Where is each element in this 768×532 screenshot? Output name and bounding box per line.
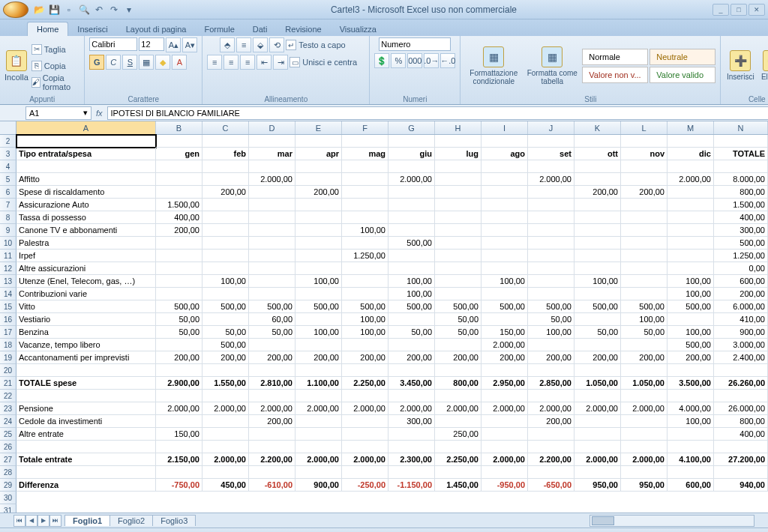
cell[interactable]: 4.100,00 bbox=[668, 453, 714, 466]
percent-button[interactable]: % bbox=[391, 53, 406, 68]
cell[interactable] bbox=[574, 211, 621, 224]
cell[interactable] bbox=[342, 428, 388, 441]
cell[interactable]: Altre entrate bbox=[16, 428, 156, 441]
cell[interactable] bbox=[574, 441, 621, 453]
cell[interactable] bbox=[574, 160, 621, 173]
cell[interactable]: ago bbox=[482, 148, 528, 160]
row-header[interactable]: 20 bbox=[0, 364, 16, 377]
inc-decimal-button[interactable]: .0→ bbox=[424, 53, 439, 68]
cell[interactable] bbox=[249, 364, 296, 377]
font-size-select[interactable] bbox=[139, 37, 164, 51]
select-all-corner[interactable] bbox=[0, 121, 16, 135]
cell[interactable]: 500,00 bbox=[435, 300, 482, 313]
row-header[interactable]: 7 bbox=[0, 199, 16, 211]
cell[interactable] bbox=[435, 186, 482, 199]
cell[interactable]: 500,00 bbox=[621, 300, 668, 313]
cell[interactable] bbox=[435, 199, 482, 211]
cell[interactable]: 2.000,00 bbox=[202, 402, 249, 415]
style-neutral[interactable]: Neutrale bbox=[650, 49, 716, 65]
cell[interactable]: Altre assicurazioni bbox=[16, 262, 156, 275]
cell[interactable]: 2.810,00 bbox=[249, 377, 296, 390]
format-painter-button[interactable]: 🖌Copia formato bbox=[32, 75, 80, 90]
cell[interactable] bbox=[202, 224, 249, 237]
cell[interactable] bbox=[574, 288, 621, 300]
cell[interactable]: 100,00 bbox=[668, 275, 714, 288]
col-header-J[interactable]: J bbox=[528, 121, 574, 134]
cell[interactable] bbox=[249, 275, 296, 288]
cell[interactable]: Assicurazione Auto bbox=[16, 199, 156, 211]
col-header-L[interactable]: L bbox=[621, 121, 668, 134]
cell[interactable] bbox=[296, 224, 342, 237]
horizontal-scrollbar[interactable] bbox=[590, 515, 754, 527]
cell[interactable] bbox=[482, 466, 528, 479]
cell[interactable]: 250,00 bbox=[435, 428, 482, 441]
cell[interactable]: 60,00 bbox=[249, 313, 296, 326]
row-header[interactable]: 2 bbox=[0, 135, 16, 148]
cell[interactable]: 100,00 bbox=[342, 326, 388, 339]
cell[interactable]: 410,00 bbox=[714, 313, 768, 326]
cell[interactable]: 1.250,00 bbox=[714, 250, 768, 262]
cell[interactable]: 500,00 bbox=[249, 300, 296, 313]
cell[interactable]: 8.000,00 bbox=[714, 173, 768, 186]
thousands-button[interactable]: 000 bbox=[407, 53, 422, 68]
cell[interactable] bbox=[435, 237, 482, 250]
row-header[interactable]: 29 bbox=[0, 479, 16, 492]
cell[interactable]: 200,00 bbox=[342, 351, 388, 364]
ribbon-tab-revisione[interactable]: Revisione bbox=[276, 22, 330, 36]
cell[interactable] bbox=[202, 441, 249, 453]
cell[interactable]: 50,00 bbox=[435, 313, 482, 326]
cell[interactable] bbox=[249, 135, 296, 148]
cell[interactable] bbox=[482, 441, 528, 453]
cell[interactable]: 2.250,00 bbox=[342, 377, 388, 390]
sheet-nav-next[interactable]: ▶ bbox=[38, 515, 50, 527]
cell[interactable]: feb bbox=[202, 148, 249, 160]
cell[interactable] bbox=[435, 275, 482, 288]
cell[interactable] bbox=[621, 250, 668, 262]
cell[interactable] bbox=[388, 262, 435, 275]
cell[interactable] bbox=[528, 390, 574, 402]
ribbon-tab-layout-di-pagina[interactable]: Layout di pagina bbox=[117, 22, 196, 36]
cell[interactable]: 200,00 bbox=[249, 415, 296, 428]
cell[interactable] bbox=[156, 441, 202, 453]
cell[interactable]: 2.000,00 bbox=[342, 402, 388, 415]
cell[interactable]: 900,00 bbox=[296, 479, 342, 492]
cell[interactable]: TOTALE spese bbox=[16, 377, 156, 390]
cell[interactable]: 3.450,00 bbox=[388, 377, 435, 390]
cell[interactable] bbox=[249, 160, 296, 173]
cell[interactable] bbox=[388, 428, 435, 441]
cell[interactable]: Vacanze, tempo libero bbox=[16, 339, 156, 351]
cell[interactable] bbox=[342, 173, 388, 186]
cell[interactable] bbox=[202, 313, 249, 326]
cell[interactable] bbox=[156, 466, 202, 479]
cell[interactable]: 200,00 bbox=[388, 351, 435, 364]
cell[interactable] bbox=[249, 237, 296, 250]
cell[interactable]: Accantonamenti per imprevisti bbox=[16, 351, 156, 364]
cell[interactable]: Tassa di possesso bbox=[16, 211, 156, 224]
style-good[interactable]: Valore valido bbox=[650, 67, 716, 83]
cell[interactable] bbox=[668, 390, 714, 402]
cell[interactable] bbox=[528, 288, 574, 300]
save-icon[interactable]: 💾 bbox=[48, 4, 60, 16]
format-as-table-button[interactable]: ▦Formatta come tabella bbox=[525, 40, 579, 92]
cell[interactable] bbox=[621, 390, 668, 402]
cell[interactable]: 1.100,00 bbox=[296, 377, 342, 390]
cell[interactable] bbox=[435, 224, 482, 237]
cell[interactable] bbox=[668, 186, 714, 199]
cell[interactable] bbox=[668, 135, 714, 148]
cell[interactable]: 200,00 bbox=[156, 224, 202, 237]
col-header-A[interactable]: A bbox=[16, 121, 156, 134]
cell[interactable]: 2.000,00 bbox=[435, 402, 482, 415]
cell[interactable] bbox=[574, 466, 621, 479]
cell[interactable]: 50,00 bbox=[202, 326, 249, 339]
cell[interactable] bbox=[342, 339, 388, 351]
cell[interactable]: 200,00 bbox=[621, 186, 668, 199]
cell[interactable]: 1.250,00 bbox=[342, 250, 388, 262]
cell[interactable]: Pensione bbox=[16, 402, 156, 415]
undo-icon[interactable]: ↶ bbox=[93, 4, 105, 16]
cell[interactable] bbox=[528, 339, 574, 351]
row-header[interactable]: 22 bbox=[0, 390, 16, 402]
cell[interactable]: 300,00 bbox=[714, 224, 768, 237]
cell[interactable]: 500,00 bbox=[156, 300, 202, 313]
cell[interactable] bbox=[621, 135, 668, 148]
cell[interactable] bbox=[249, 211, 296, 224]
